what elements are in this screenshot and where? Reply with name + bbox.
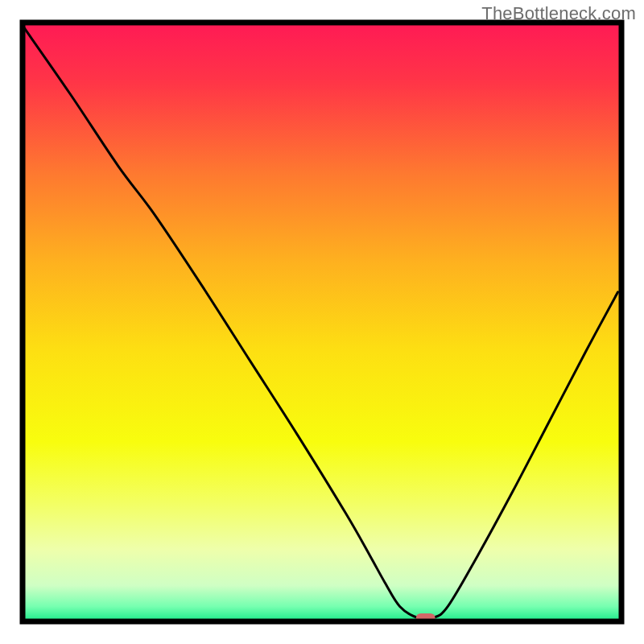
plot-background [23, 23, 621, 621]
bottleneck-chart: TheBottleneck.com [0, 0, 644, 644]
chart-svg [0, 0, 644, 644]
watermark-text: TheBottleneck.com [481, 3, 636, 24]
